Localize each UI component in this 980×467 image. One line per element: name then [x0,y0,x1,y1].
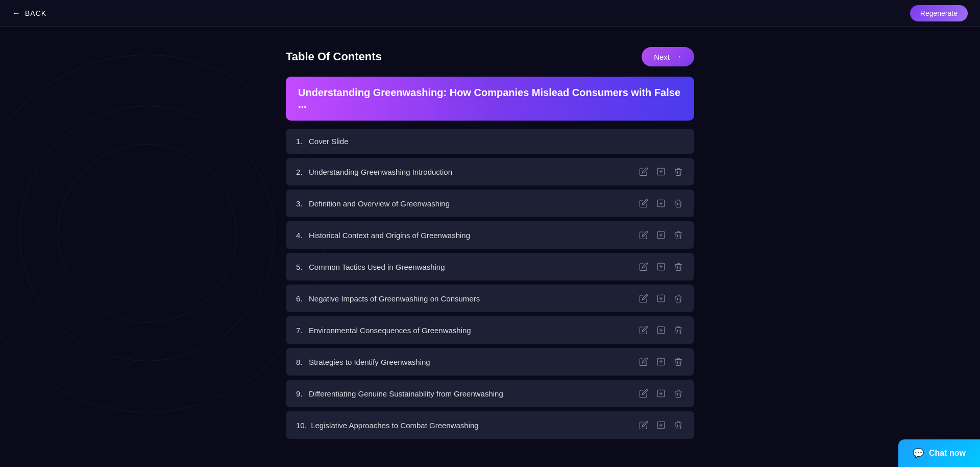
add-icon-4 [656,230,666,240]
toc-container: Table Of Contents Next → Understanding G… [286,47,694,467]
next-arrow-icon: → [674,52,682,61]
delete-button-10[interactable] [673,419,684,431]
delete-icon-7 [674,325,683,335]
toc-item-6-text: 6. Negative Impacts of Greenwashing on C… [296,294,480,303]
toc-item-1: 1. Cover Slide [286,129,694,154]
delete-button-6[interactable] [673,293,684,304]
edit-button-9[interactable] [638,388,649,399]
add-icon-5 [656,262,666,271]
edit-icon-8 [639,357,648,366]
delete-button-2[interactable] [673,166,684,177]
add-button-4[interactable] [655,229,667,241]
toc-item-10: 10. Legislative Approaches to Combat Gre… [286,411,694,439]
toc-item-8: 8. Strategies to Identify Greenwashing [286,348,694,376]
add-button-3[interactable] [655,198,667,209]
add-button-10[interactable] [655,419,667,431]
toc-item-2-actions [638,166,684,177]
next-label: Next [654,53,670,61]
title-banner-text: Understanding Greenwashing: How Companie… [298,87,680,110]
toc-item-4: 4. Historical Context and Origins of Gre… [286,221,694,249]
add-button-8[interactable] [655,356,667,367]
toc-item-4-actions [638,229,684,241]
edit-icon-6 [639,294,648,303]
delete-icon-4 [674,230,683,240]
edit-button-2[interactable] [638,166,649,177]
add-icon-8 [656,357,666,366]
delete-button-8[interactable] [673,356,684,367]
edit-button-4[interactable] [638,229,649,241]
main-content: Table Of Contents Next → Understanding G… [0,27,980,467]
add-icon-9 [656,389,666,398]
toc-item-7-text: 7. Environmental Consequences of Greenwa… [296,326,471,335]
delete-button-9[interactable] [673,388,684,399]
back-button[interactable]: ← BACK [12,9,46,18]
delete-button-4[interactable] [673,229,684,241]
toc-item-3-text: 3. Definition and Overview of Greenwashi… [296,199,450,208]
toc-item-9-actions [638,388,684,399]
toc-item-9: 9. Differentiating Genuine Sustainabilit… [286,380,694,407]
chat-now-button[interactable]: 💬 Chat now [898,439,980,467]
toc-item-7-actions [638,324,684,336]
toc-item-10-text: 10. Legislative Approaches to Combat Gre… [296,421,479,430]
toc-item-1-text: 1. Cover Slide [296,137,349,146]
toc-item-10-actions [638,419,684,431]
add-icon-6 [656,294,666,303]
toc-item-8-text: 8. Strategies to Identify Greenwashing [296,358,430,366]
delete-icon-6 [674,294,683,303]
toc-item-5-actions [638,261,684,272]
toc-item-3: 3. Definition and Overview of Greenwashi… [286,190,694,217]
add-button-6[interactable] [655,293,667,304]
delete-icon-3 [674,199,683,208]
toc-item-3-actions [638,198,684,209]
toc-header: Table Of Contents Next → [286,47,694,66]
edit-button-6[interactable] [638,293,649,304]
delete-button-7[interactable] [673,324,684,336]
edit-button-10[interactable] [638,419,649,431]
add-icon-7 [656,325,666,335]
edit-button-3[interactable] [638,198,649,209]
toc-item-5-text: 5. Common Tactics Used in Greenwashing [296,263,445,271]
edit-button-7[interactable] [638,324,649,336]
edit-icon-7 [639,325,648,335]
toc-item-6-actions [638,293,684,304]
add-icon-3 [656,199,666,208]
edit-icon-5 [639,262,648,271]
delete-icon-2 [674,167,683,176]
delete-icon-5 [674,262,683,271]
delete-button-3[interactable] [673,198,684,209]
next-button[interactable]: Next → [642,47,694,66]
edit-icon-10 [639,421,648,430]
add-icon-10 [656,421,666,430]
edit-button-8[interactable] [638,356,649,367]
toc-item-8-actions [638,356,684,367]
back-label: BACK [25,9,46,17]
chat-now-label: Chat now [929,449,966,458]
chat-now-container: 💬 Chat now [898,439,980,467]
edit-icon-9 [639,389,648,398]
toc-title: Table Of Contents [286,50,382,63]
edit-icon-3 [639,199,648,208]
navbar: ← BACK Regenerate [0,0,980,27]
edit-icon-2 [639,167,648,176]
toc-item-4-text: 4. Historical Context and Origins of Gre… [296,231,470,240]
delete-button-5[interactable] [673,261,684,272]
toc-item-2-text: 2. Understanding Greenwashing Introducti… [296,168,452,176]
toc-item-5: 5. Common Tactics Used in Greenwashing [286,253,694,281]
add-button-7[interactable] [655,324,667,336]
delete-icon-10 [674,421,683,430]
toc-item-9-text: 9. Differentiating Genuine Sustainabilit… [296,389,503,398]
add-button-2[interactable] [655,166,667,177]
navbar-right: Regenerate [910,5,968,21]
chat-icon: 💬 [913,448,924,459]
edit-button-5[interactable] [638,261,649,272]
add-button-9[interactable] [655,388,667,399]
title-banner: Understanding Greenwashing: How Companie… [286,77,694,121]
toc-item-2: 2. Understanding Greenwashing Introducti… [286,158,694,185]
add-button-5[interactable] [655,261,667,272]
delete-icon-9 [674,389,683,398]
toc-item-6: 6. Negative Impacts of Greenwashing on C… [286,285,694,312]
toc-item-7: 7. Environmental Consequences of Greenwa… [286,316,694,344]
edit-icon-4 [639,230,648,240]
back-arrow-icon: ← [12,9,21,18]
regenerate-button[interactable]: Regenerate [910,5,968,21]
